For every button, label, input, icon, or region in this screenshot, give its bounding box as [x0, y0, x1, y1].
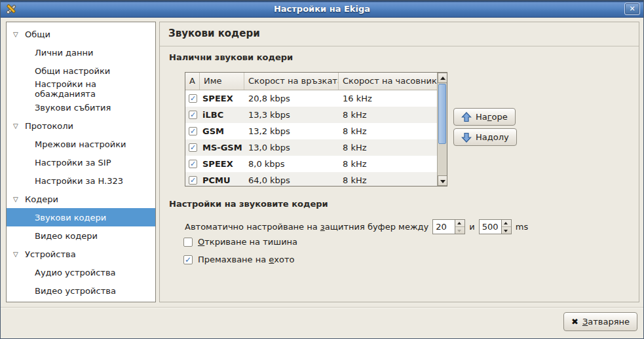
- echo-cancellation-row[interactable]: ✓ Премахване на ехото: [183, 255, 295, 264]
- codec-name: GSM: [200, 126, 244, 136]
- sidebar-item-label: Настройки на обажданията: [35, 79, 155, 99]
- codec-bitrate: 13,3 kbps: [244, 110, 339, 120]
- echo-cancellation-label: Премахване на ехото: [198, 255, 295, 264]
- codec-name: PCMU: [200, 175, 244, 185]
- sidebar-item-label: Настройки за H.323: [35, 176, 123, 186]
- unit-label: ms: [516, 222, 528, 232]
- silence-detection-label: Откриване на тишина: [198, 237, 297, 247]
- page-title: Звукови кодери: [168, 27, 260, 39]
- sidebar-item-personal-data[interactable]: Лични данни: [7, 43, 155, 62]
- codec-bitrate: 20,8 kbps: [244, 94, 339, 103]
- table-row[interactable]: ✓ SPEEX 8,0 kbps 8 kHz: [185, 156, 437, 172]
- spin-up-icon[interactable]: [455, 220, 464, 226]
- titlebar[interactable]: Настройки на Ekiga ✕: [1, 1, 643, 18]
- table-row[interactable]: ✓ iLBC 13,3 kbps 8 kHz: [185, 107, 437, 123]
- sidebar-item-label: Аудио устройства: [35, 268, 116, 277]
- sidebar-item-label: Настройки за SIP: [35, 158, 111, 168]
- window-close-button[interactable]: ✕: [624, 3, 640, 15]
- close-button-label: Затваряне: [582, 317, 630, 327]
- sidebar-item-audio-codecs[interactable]: Звукови кодери: [7, 208, 155, 226]
- jitter-min-value[interactable]: 20: [433, 220, 455, 234]
- close-button[interactable]: ✖ Затваряне: [563, 312, 637, 331]
- main-panel: Звукови кодери Налични звукови кодери А …: [159, 22, 639, 302]
- sidebar-item-label: Звукови събития: [35, 103, 111, 113]
- echo-cancellation-checkbox[interactable]: ✓: [183, 255, 193, 264]
- codec-bitrate: 13,2 kbps: [244, 126, 339, 136]
- codec-enabled-checkbox[interactable]: ✓: [189, 127, 197, 135]
- silence-detection-checkbox[interactable]: [183, 238, 193, 247]
- spin-down-icon[interactable]: [502, 226, 511, 234]
- sidebar-item-label: Видео кодери: [35, 231, 98, 241]
- codec-name: iLBC: [200, 110, 244, 120]
- footer-separator: [1, 307, 643, 308]
- expander-icon[interactable]: ▽: [13, 31, 25, 38]
- sidebar-item-h323-settings[interactable]: Настройки за H.323: [7, 171, 155, 190]
- and-label: и: [469, 222, 474, 232]
- title-separator: [160, 46, 639, 46]
- jitter-max-value[interactable]: 500: [480, 220, 501, 234]
- table-row[interactable]: ✓ SPEEX 20,8 kbps 16 kHz: [185, 90, 437, 107]
- window-title: Настройки на Ekiga: [1, 1, 643, 18]
- codec-clockrate: 16 kHz: [339, 94, 437, 103]
- move-down-button[interactable]: Надолу: [453, 128, 517, 146]
- column-header-active[interactable]: А: [185, 73, 200, 90]
- codec-clockrate: 8 kHz: [339, 110, 437, 120]
- codec-name: SPEEX: [200, 159, 244, 169]
- column-header-bitrate[interactable]: Скорост на връзката: [244, 73, 339, 90]
- codec-enabled-checkbox[interactable]: ✓: [189, 111, 197, 119]
- table-row[interactable]: ✓ MS-GSM 13,0 kbps 8 kHz: [185, 139, 437, 156]
- table-row[interactable]: ✓ GSM 13,2 kbps 8 kHz: [185, 123, 437, 139]
- expander-icon[interactable]: ▽: [13, 122, 25, 130]
- codecs-table: А Име Скорост на връзката Скорост на час…: [185, 72, 447, 187]
- scroll-down-icon[interactable]: [438, 175, 447, 186]
- sidebar-item-video-devices[interactable]: Видео устройства: [7, 281, 155, 300]
- close-x-icon: ✖: [571, 317, 578, 327]
- codec-enabled-checkbox[interactable]: ✓: [189, 143, 197, 152]
- scrollbar-thumb[interactable]: [438, 84, 446, 144]
- codec-clockrate: 8 kHz: [339, 126, 437, 136]
- vertical-scrollbar[interactable]: [437, 73, 447, 186]
- spin-down-icon[interactable]: [455, 226, 464, 234]
- codec-clockrate: 8 kHz: [339, 159, 437, 169]
- sidebar-item-call-options[interactable]: Настройки на обажданията: [7, 80, 155, 98]
- codec-clockrate: 8 kHz: [339, 143, 437, 152]
- sidebar-item-label: Кодери: [25, 194, 58, 204]
- sidebar-item-general-settings[interactable]: Общи настройки: [7, 62, 155, 80]
- silence-detection-row[interactable]: Откриване на тишина: [183, 237, 297, 247]
- codec-bitrate: 8,0 kbps: [244, 159, 339, 169]
- table-row[interactable]: ✓ PCMU 64,0 kbps 8 kHz: [185, 172, 437, 187]
- sidebar-item-audio-devices[interactable]: Аудио устройства: [7, 263, 155, 281]
- sidebar-item-label: Видео устройства: [35, 286, 116, 296]
- codec-enabled-checkbox[interactable]: ✓: [189, 176, 197, 185]
- codec-bitrate: 13,0 kbps: [244, 143, 339, 152]
- sidebar-item-general[interactable]: ▽ Общи: [7, 25, 155, 43]
- jitter-min-spinner[interactable]: 20: [432, 219, 465, 234]
- sidebar-item-codecs[interactable]: ▽ Кодери: [7, 190, 155, 208]
- sidebar-item-label: Устройства: [25, 249, 76, 259]
- jitter-max-spinner[interactable]: 500: [479, 219, 512, 234]
- codec-settings-heading: Настройки на звуковите кодери: [169, 199, 328, 209]
- sidebar-item-protocols[interactable]: ▽ Протоколи: [7, 116, 155, 135]
- sidebar-item-network-settings[interactable]: Мрежови настройки: [7, 135, 155, 153]
- sidebar-item-sip-settings[interactable]: Настройки за SIP: [7, 153, 155, 171]
- column-header-clockrate[interactable]: Скорост на часовника: [339, 73, 437, 90]
- spin-up-icon[interactable]: [502, 220, 511, 226]
- sidebar-item-devices[interactable]: ▽ Устройства: [7, 245, 155, 263]
- scroll-up-icon[interactable]: [438, 73, 447, 83]
- jitter-buffer-label: Автоматично настройване на защитния буфе…: [185, 222, 428, 232]
- sidebar-item-label: Звукови кодери: [35, 213, 106, 223]
- move-down-label: Надолу: [476, 132, 509, 142]
- codec-name: SPEEX: [200, 94, 244, 103]
- column-header-name[interactable]: Име: [200, 73, 244, 90]
- move-up-label: Нагоре: [476, 112, 508, 122]
- sidebar-item-label: Лични данни: [35, 48, 93, 58]
- expander-icon[interactable]: ▽: [13, 196, 25, 203]
- codec-enabled-checkbox[interactable]: ✓: [189, 160, 197, 168]
- expander-icon[interactable]: ▽: [13, 251, 25, 258]
- sidebar-item-sound-events[interactable]: Звукови събития: [7, 98, 155, 116]
- move-up-button[interactable]: Нагоре: [453, 108, 516, 126]
- codec-enabled-checkbox[interactable]: ✓: [189, 94, 197, 103]
- sidebar-item-video-codecs[interactable]: Видео кодери: [7, 226, 155, 245]
- sidebar-item-label: Мрежови настройки: [35, 139, 126, 149]
- up-arrow-icon: [461, 112, 472, 122]
